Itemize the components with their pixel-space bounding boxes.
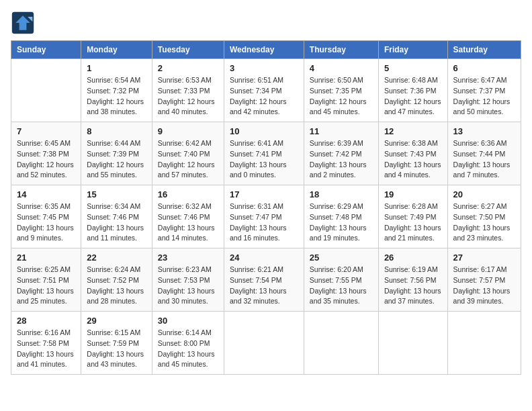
day-info: Sunrise: 6:36 AMSunset: 7:44 PMDaylight:… [453, 138, 515, 181]
day-cell: 30Sunrise: 6:14 AMSunset: 8:00 PMDayligh… [152, 312, 224, 375]
day-cell: 19Sunrise: 6:28 AMSunset: 7:49 PMDayligh… [378, 185, 447, 248]
day-cell: 20Sunrise: 6:27 AMSunset: 7:50 PMDayligh… [447, 185, 521, 248]
day-cell: 21Sunrise: 6:25 AMSunset: 7:51 PMDayligh… [11, 248, 81, 312]
day-cell [378, 312, 447, 375]
day-cell: 15Sunrise: 6:34 AMSunset: 7:46 PMDayligh… [81, 185, 152, 248]
day-info: Sunrise: 6:27 AMSunset: 7:50 PMDaylight:… [453, 201, 515, 244]
day-cell: 9Sunrise: 6:42 AMSunset: 7:40 PMDaylight… [152, 122, 224, 185]
week-row-5: 28Sunrise: 6:16 AMSunset: 7:58 PMDayligh… [11, 312, 521, 375]
day-number: 27 [453, 253, 515, 263]
header-cell-wednesday: Wednesday [224, 41, 304, 59]
day-cell: 22Sunrise: 6:24 AMSunset: 7:52 PMDayligh… [81, 248, 152, 312]
day-info: Sunrise: 6:21 AMSunset: 7:54 PMDaylight:… [230, 265, 298, 307]
day-info: Sunrise: 6:54 AMSunset: 7:32 PMDaylight:… [87, 75, 146, 118]
day-info: Sunrise: 6:14 AMSunset: 8:00 PMDaylight:… [158, 328, 218, 370]
day-info: Sunrise: 6:25 AMSunset: 7:51 PMDaylight:… [17, 265, 75, 307]
day-number: 13 [453, 126, 515, 136]
week-row-1: 1Sunrise: 6:54 AMSunset: 7:32 PMDaylight… [11, 59, 521, 122]
header-cell-saturday: Saturday [447, 41, 521, 59]
day-info: Sunrise: 6:38 AMSunset: 7:43 PMDaylight:… [384, 138, 442, 181]
day-cell: 29Sunrise: 6:15 AMSunset: 7:59 PMDayligh… [81, 312, 152, 375]
day-number: 7 [17, 126, 75, 136]
day-info: Sunrise: 6:42 AMSunset: 7:40 PMDaylight:… [158, 138, 218, 181]
day-info: Sunrise: 6:51 AMSunset: 7:34 PMDaylight:… [230, 75, 298, 118]
day-info: Sunrise: 6:39 AMSunset: 7:42 PMDaylight:… [310, 138, 373, 181]
logo-icon [11, 11, 35, 35]
day-info: Sunrise: 6:50 AMSunset: 7:35 PMDaylight:… [310, 75, 373, 118]
day-cell: 2Sunrise: 6:53 AMSunset: 7:33 PMDaylight… [152, 59, 224, 122]
day-number: 4 [310, 63, 373, 73]
day-info: Sunrise: 6:34 AMSunset: 7:46 PMDaylight:… [87, 201, 146, 244]
day-cell: 1Sunrise: 6:54 AMSunset: 7:32 PMDaylight… [81, 59, 152, 122]
header-cell-tuesday: Tuesday [152, 41, 224, 59]
week-row-4: 21Sunrise: 6:25 AMSunset: 7:51 PMDayligh… [11, 248, 521, 312]
day-number: 1 [87, 63, 146, 73]
day-info: Sunrise: 6:53 AMSunset: 7:33 PMDaylight:… [158, 75, 218, 118]
day-number: 30 [158, 316, 218, 326]
day-cell: 4Sunrise: 6:50 AMSunset: 7:35 PMDaylight… [304, 59, 378, 122]
day-cell [304, 312, 378, 375]
day-cell: 11Sunrise: 6:39 AMSunset: 7:42 PMDayligh… [304, 122, 378, 185]
calendar-table: SundayMondayTuesdayWednesdayThursdayFrid… [11, 40, 521, 375]
day-number: 8 [87, 126, 146, 136]
day-info: Sunrise: 6:20 AMSunset: 7:55 PMDaylight:… [310, 265, 373, 307]
day-info: Sunrise: 6:31 AMSunset: 7:47 PMDaylight:… [230, 201, 298, 244]
day-number: 24 [230, 253, 298, 263]
day-cell: 23Sunrise: 6:23 AMSunset: 7:53 PMDayligh… [152, 248, 224, 312]
day-cell: 5Sunrise: 6:48 AMSunset: 7:36 PMDaylight… [378, 59, 447, 122]
day-info: Sunrise: 6:35 AMSunset: 7:45 PMDaylight:… [17, 201, 75, 244]
header [11, 11, 521, 35]
day-cell: 16Sunrise: 6:32 AMSunset: 7:46 PMDayligh… [152, 185, 224, 248]
day-number: 15 [87, 189, 146, 199]
day-cell [224, 312, 304, 375]
day-number: 22 [87, 253, 146, 263]
day-number: 6 [453, 63, 515, 73]
day-number: 18 [310, 189, 373, 199]
day-number: 10 [230, 126, 298, 136]
day-cell: 12Sunrise: 6:38 AMSunset: 7:43 PMDayligh… [378, 122, 447, 185]
day-info: Sunrise: 6:45 AMSunset: 7:38 PMDaylight:… [17, 138, 75, 181]
day-number: 16 [158, 189, 218, 199]
day-info: Sunrise: 6:44 AMSunset: 7:39 PMDaylight:… [87, 138, 146, 181]
day-number: 23 [158, 253, 218, 263]
day-cell [11, 59, 81, 122]
day-number: 21 [17, 253, 75, 263]
day-cell: 17Sunrise: 6:31 AMSunset: 7:47 PMDayligh… [224, 185, 304, 248]
day-info: Sunrise: 6:19 AMSunset: 7:56 PMDaylight:… [384, 265, 442, 307]
day-info: Sunrise: 6:32 AMSunset: 7:46 PMDaylight:… [158, 201, 218, 244]
day-cell: 3Sunrise: 6:51 AMSunset: 7:34 PMDaylight… [224, 59, 304, 122]
day-number: 29 [87, 316, 146, 326]
day-number: 2 [158, 63, 218, 73]
header-row: SundayMondayTuesdayWednesdayThursdayFrid… [11, 41, 521, 59]
day-number: 20 [453, 189, 515, 199]
day-cell: 6Sunrise: 6:47 AMSunset: 7:37 PMDaylight… [447, 59, 521, 122]
day-info: Sunrise: 6:15 AMSunset: 7:59 PMDaylight:… [87, 328, 146, 370]
week-row-2: 7Sunrise: 6:45 AMSunset: 7:38 PMDaylight… [11, 122, 521, 185]
day-number: 9 [158, 126, 218, 136]
day-number: 17 [230, 189, 298, 199]
day-cell: 13Sunrise: 6:36 AMSunset: 7:44 PMDayligh… [447, 122, 521, 185]
week-row-3: 14Sunrise: 6:35 AMSunset: 7:45 PMDayligh… [11, 185, 521, 248]
day-info: Sunrise: 6:41 AMSunset: 7:41 PMDaylight:… [230, 138, 298, 181]
day-number: 12 [384, 126, 442, 136]
logo [11, 11, 38, 35]
day-number: 14 [17, 189, 75, 199]
day-cell: 7Sunrise: 6:45 AMSunset: 7:38 PMDaylight… [11, 122, 81, 185]
day-info: Sunrise: 6:29 AMSunset: 7:48 PMDaylight:… [310, 201, 373, 244]
day-number: 28 [17, 316, 75, 326]
header-cell-thursday: Thursday [304, 41, 378, 59]
day-number: 19 [384, 189, 442, 199]
header-cell-monday: Monday [81, 41, 152, 59]
day-cell: 28Sunrise: 6:16 AMSunset: 7:58 PMDayligh… [11, 312, 81, 375]
day-number: 11 [310, 126, 373, 136]
day-number: 5 [384, 63, 442, 73]
header-cell-sunday: Sunday [11, 41, 81, 59]
day-info: Sunrise: 6:23 AMSunset: 7:53 PMDaylight:… [158, 265, 218, 307]
day-cell: 24Sunrise: 6:21 AMSunset: 7:54 PMDayligh… [224, 248, 304, 312]
day-cell: 10Sunrise: 6:41 AMSunset: 7:41 PMDayligh… [224, 122, 304, 185]
day-info: Sunrise: 6:28 AMSunset: 7:49 PMDaylight:… [384, 201, 442, 244]
day-info: Sunrise: 6:47 AMSunset: 7:37 PMDaylight:… [453, 75, 515, 118]
day-number: 3 [230, 63, 298, 73]
header-cell-friday: Friday [378, 41, 447, 59]
day-cell: 27Sunrise: 6:17 AMSunset: 7:57 PMDayligh… [447, 248, 521, 312]
